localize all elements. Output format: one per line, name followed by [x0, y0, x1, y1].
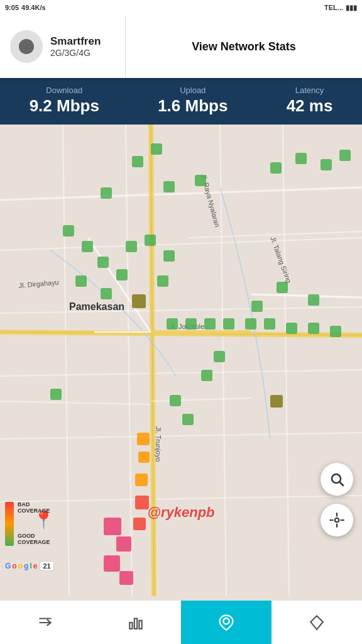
coverage-dot — [270, 162, 282, 174]
coverage-dot — [167, 318, 178, 330]
stats-bar: Download 9.2 Mbps Upload 1.6 Mbps Latenc… — [0, 78, 362, 125]
coverage-dot — [126, 241, 137, 252]
status-time: 9:05 — [5, 4, 19, 11]
nav-sort-button[interactable] — [0, 601, 90, 644]
coverage-dot — [97, 257, 109, 268]
svg-text:Pamekasan: Pamekasan — [69, 301, 124, 312]
coverage-dot — [308, 294, 319, 306]
status-carrier: TEL... — [324, 4, 343, 11]
coverage-dot — [145, 235, 156, 246]
carrier-info: Smartfren 2G/3G/4G — [50, 35, 101, 58]
view-stats-label: View Network Stats — [192, 40, 296, 53]
svg-point-40 — [223, 618, 229, 624]
coverage-dot — [204, 318, 216, 330]
coverage-dot — [63, 225, 74, 236]
legend-gradient-bar — [5, 502, 14, 546]
coverage-dot — [330, 326, 341, 337]
coverage-dot — [50, 389, 62, 400]
logo-section: Smartfren 2G/3G/4G — [0, 15, 126, 78]
coverage-dot — [251, 301, 263, 312]
search-fab-button[interactable] — [321, 463, 353, 496]
status-bar: 9:05 49.4K/s TEL... ▮▮▮ — [0, 0, 362, 15]
google-logo: Google 21 — [5, 561, 54, 571]
upload-stat: Upload 1.6 Mbps — [158, 86, 228, 116]
zoom-level: 21 — [40, 561, 53, 571]
carrier-tech: 2G/3G/4G — [50, 48, 101, 58]
carrier-name: Smartfren — [50, 35, 101, 48]
latency-stat: Latency 42 ms — [287, 86, 333, 116]
map-container[interactable]: Jl. Dirgahayu Jl. Raya Nyalaran Jl. Tala… — [0, 125, 362, 596]
sort-icon — [37, 614, 53, 631]
view-stats-button[interactable]: View Network Stats — [126, 15, 362, 78]
latency-label: Latency — [287, 86, 333, 95]
nav-map-button[interactable] — [181, 601, 272, 644]
coverage-dot — [157, 275, 168, 287]
bottom-navigation — [0, 600, 362, 644]
coverage-dot — [119, 571, 133, 585]
coverage-dot — [321, 159, 332, 170]
upload-value: 1.6 Mbps — [158, 96, 228, 116]
svg-text:Jl. Trunjoyo: Jl. Trunjoyo — [155, 426, 162, 462]
coverage-dot — [138, 452, 150, 463]
coverage-dot — [116, 536, 131, 552]
coverage-dot — [132, 156, 143, 167]
coverage-legend: BADCOVERAGE GOODCOVERAGE — [5, 502, 50, 546]
coverage-dot — [339, 150, 351, 161]
coverage-dot — [277, 282, 288, 293]
svg-rect-38 — [134, 618, 137, 628]
coverage-dot — [295, 153, 307, 164]
coverage-dot — [245, 318, 256, 330]
watermark-text: @rykenpb — [147, 504, 214, 521]
coverage-dot — [132, 294, 146, 308]
carrier-logo — [10, 30, 43, 63]
coverage-dot — [75, 275, 87, 287]
coverage-dot — [286, 323, 297, 334]
nav-stats-button[interactable] — [90, 601, 181, 644]
legend-labels: BADCOVERAGE GOODCOVERAGE — [18, 502, 50, 546]
coverage-dot — [135, 474, 148, 486]
coverage-dot — [182, 414, 194, 425]
svg-rect-39 — [139, 620, 141, 628]
map-pin-icon — [217, 614, 235, 631]
legend-good-label: GOODCOVERAGE — [18, 533, 50, 546]
coverage-dot — [163, 181, 175, 192]
svg-point-30 — [335, 518, 339, 523]
svg-marker-41 — [310, 616, 323, 630]
coverage-dot — [270, 395, 283, 408]
coverage-dot — [264, 318, 275, 330]
coverage-dot — [101, 288, 112, 299]
status-battery: ▮▮▮ — [346, 4, 357, 12]
coverage-dot — [308, 323, 319, 334]
coverage-dot — [104, 518, 121, 535]
svg-line-29 — [340, 482, 344, 486]
header-card: Smartfren 2G/3G/4G View Network Stats — [0, 15, 362, 78]
coverage-dot — [214, 351, 225, 362]
status-speed: 49.4K/s — [21, 4, 46, 11]
coverage-dot — [170, 395, 181, 406]
coverage-dot — [133, 518, 146, 530]
navigate-icon — [309, 614, 325, 631]
coverage-dot — [82, 241, 93, 252]
latency-value: 42 ms — [287, 96, 333, 116]
coverage-dot — [195, 175, 206, 186]
coverage-dot — [137, 433, 150, 445]
coverage-dot — [101, 187, 112, 199]
coverage-dot — [151, 143, 162, 155]
svg-rect-37 — [129, 623, 132, 629]
coverage-dot — [163, 250, 175, 262]
coverage-dot — [201, 370, 212, 381]
download-label: Download — [30, 86, 99, 95]
coverage-dot — [223, 318, 234, 330]
download-stat: Download 9.2 Mbps — [30, 86, 99, 116]
download-value: 9.2 Mbps — [30, 96, 99, 116]
coverage-dot — [116, 269, 128, 280]
coverage-dot — [104, 555, 120, 572]
stats-icon — [128, 614, 144, 631]
upload-label: Upload — [158, 86, 228, 95]
nav-navigate-button[interactable] — [272, 601, 362, 644]
coverage-dot — [185, 318, 197, 330]
locate-fab-button[interactable] — [321, 504, 353, 536]
legend-bad-label: BADCOVERAGE — [18, 502, 50, 514]
